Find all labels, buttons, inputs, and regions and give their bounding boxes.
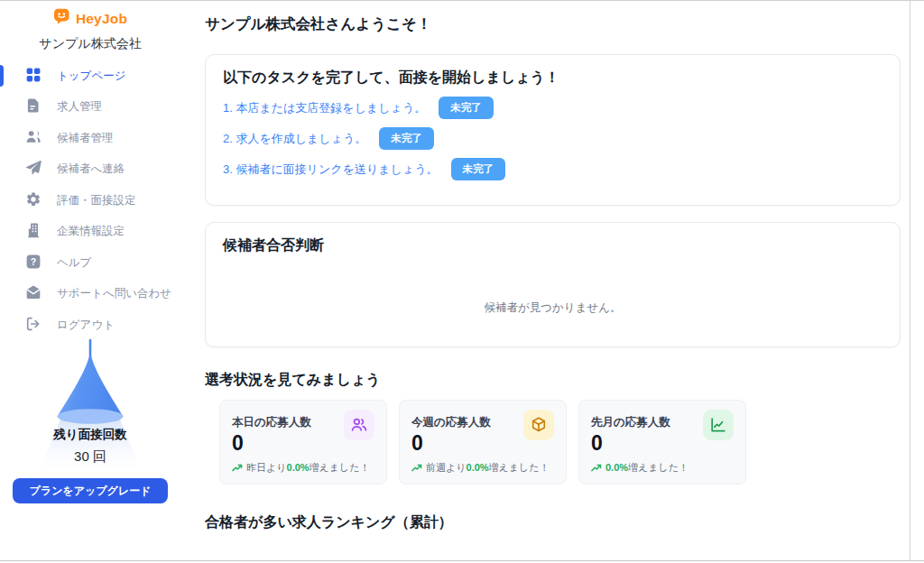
- incomplete-status-badge: 未完了: [379, 127, 434, 150]
- trend-value: 0.0%: [287, 462, 310, 473]
- stats-row: 本日の応募人数 0: [219, 400, 746, 485]
- sidebar-item-help[interactable]: ? ヘルプ: [0, 247, 180, 279]
- active-indicator: [0, 65, 4, 87]
- sidebar-item-contact-candidates[interactable]: 候補者へ連絡: [0, 154, 180, 186]
- trend-prefix: 昨日より: [246, 462, 287, 473]
- heyjob-dashboard: HeyJob サンプル株式会社 トップページ: [0, 0, 924, 563]
- sidebar-item-company-info-settings[interactable]: 企業情報設定: [0, 217, 180, 248]
- sidebar-item-label: 候補者へ連絡: [57, 162, 125, 177]
- trend-suffix: 増えました！: [628, 462, 688, 473]
- stat-trend: 前週より0.0%増えました！: [411, 461, 554, 475]
- incomplete-status-badge: 未完了: [439, 97, 494, 119]
- sidebar-nav: トップページ 求人管理: [0, 60, 180, 341]
- sidebar-item-label: 企業情報設定: [57, 224, 125, 239]
- sidebar-item-contact-support[interactable]: サポートへ問い合わせ: [0, 279, 180, 310]
- main-content: サンプル株式会社さんようこそ！ 以下のタスクを完了して、面接を開始しましょう！ …: [205, 1, 910, 560]
- sidebar-item-label: 候補者管理: [57, 131, 114, 146]
- trend-up-icon: [232, 463, 243, 474]
- stat-card-today-applicants: 本日の応募人数 0: [219, 400, 387, 485]
- users-icon: [344, 410, 374, 440]
- gear-icon: [25, 191, 42, 210]
- company-name: サンプル株式会社: [0, 36, 180, 52]
- help-icon: ?: [25, 254, 42, 272]
- people-icon: [25, 129, 42, 148]
- sidebar: HeyJob サンプル株式会社 トップページ: [0, 1, 180, 560]
- tasks-card-title: 以下のタスクを完了して、面接を開始しましょう！: [223, 69, 900, 88]
- stats-section-title: 選考状況を見てみましょう: [205, 371, 381, 390]
- heyjob-logo[interactable]: HeyJob: [0, 8, 180, 29]
- task-link-create-job[interactable]: 2. 求人を作成しましょう。: [223, 131, 366, 147]
- trend-up-icon: [411, 463, 422, 474]
- mail-icon: [25, 284, 42, 303]
- sidebar-item-top-page[interactable]: トップページ: [0, 60, 180, 92]
- stat-label: 今週の応募人数: [411, 415, 491, 430]
- sidebar-item-candidate-management[interactable]: 候補者管理: [0, 123, 180, 154]
- trend-suffix: 増えました！: [489, 462, 550, 473]
- upgrade-plan-button[interactable]: プランをアップグレード: [13, 478, 168, 503]
- stat-label: 先月の応募人数: [591, 415, 670, 430]
- document-icon: [25, 97, 42, 116]
- trend-value: 0.0%: [467, 462, 489, 473]
- task-item: 3. 候補者に面接リンクを送りましょう。 未完了: [223, 159, 900, 180]
- building-icon: [25, 222, 42, 241]
- chat-bubble-face-icon: [53, 8, 71, 29]
- paper-plane-icon: [25, 160, 42, 179]
- trend-up-icon: [591, 463, 602, 474]
- remaining-interviews-value: 30 回: [0, 448, 180, 466]
- sidebar-item-label: 評価・面接設定: [57, 193, 136, 208]
- ranking-section-title: 合格者が多い求人ランキング（累計）: [205, 513, 453, 532]
- sidebar-item-label: サポートへ問い合わせ: [57, 286, 171, 301]
- onboarding-tasks-card: 以下のタスクを完了して、面接を開始しましょう！ 1. 本店または支店登録をしまし…: [205, 54, 901, 206]
- stat-trend: 0.0%増えました！: [591, 461, 734, 475]
- task-link-store-registration[interactable]: 1. 本店または支店登録をしましょう。: [223, 100, 426, 116]
- grid-icon: [25, 67, 42, 86]
- svg-text:?: ?: [31, 256, 36, 267]
- judgement-card-title: 候補者合否判断: [223, 236, 900, 255]
- window-edge-bottom: [0, 560, 924, 561]
- logout-icon: [25, 316, 42, 335]
- stat-card-week-applicants: 今週の応募人数 0: [399, 400, 567, 485]
- task-item: 1. 本店または支店登録をしましょう。 未完了: [223, 97, 900, 118]
- sidebar-item-label: ヘルプ: [57, 255, 91, 271]
- no-candidates-message: 候補者が見つかりません。: [206, 300, 900, 316]
- candidate-judgement-card: 候補者合否判断 候補者が見つかりません。: [205, 222, 901, 347]
- sidebar-item-evaluation-interview-settings[interactable]: 評価・面接設定: [0, 185, 180, 217]
- stat-card-last-month-applicants: 先月の応募人数 0 0.0%増えました！: [578, 400, 746, 485]
- sidebar-item-job-management[interactable]: 求人管理: [0, 92, 180, 124]
- line-chart-icon: [703, 410, 734, 440]
- remaining-interviews-label: 残り面接回数: [0, 427, 180, 443]
- incomplete-status-badge: 未完了: [451, 158, 506, 180]
- trend-suffix: 増えました！: [310, 462, 370, 473]
- stat-trend: 昨日より0.0%増えました！: [232, 461, 374, 475]
- trend-prefix: 前週より: [426, 462, 467, 473]
- trend-value: 0.0%: [605, 462, 628, 473]
- sidebar-item-label: 求人管理: [57, 99, 102, 115]
- task-item: 2. 求人を作成しましょう。 未完了: [223, 128, 900, 149]
- logo-text: HeyJob: [76, 11, 127, 27]
- stat-label: 本日の応募人数: [232, 415, 311, 430]
- cube-icon: [523, 410, 554, 440]
- task-link-send-interview-link[interactable]: 3. 候補者に面接リンクを送りましょう。: [223, 162, 439, 178]
- sidebar-item-label: トップページ: [57, 69, 125, 84]
- sidebar-item-label: ログアウト: [57, 318, 115, 333]
- welcome-title: サンプル株式会社さんようこそ！: [205, 14, 431, 34]
